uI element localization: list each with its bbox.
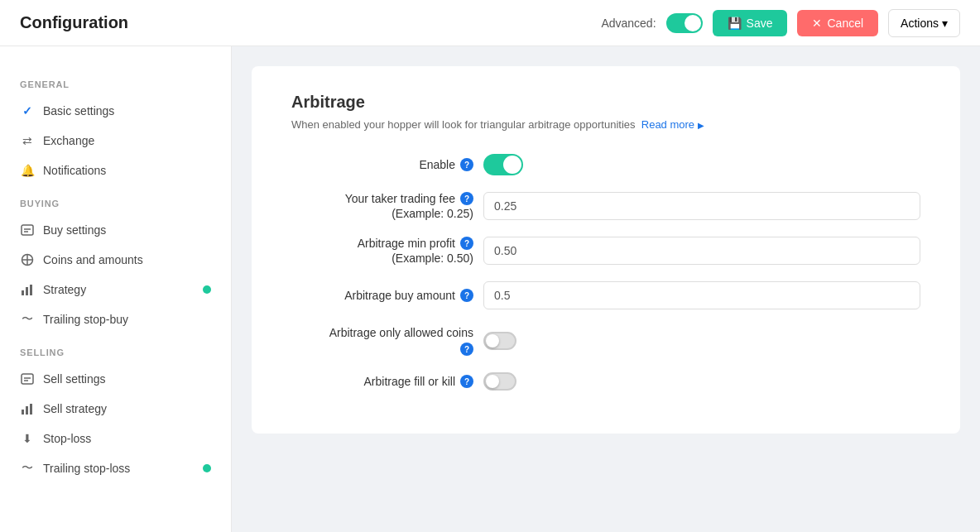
sidebar-item-label: Coins and amounts <box>43 253 143 266</box>
sidebar-item-label: Basic settings <box>43 104 114 117</box>
sidebar-item-label: Trailing stop-buy <box>43 313 128 326</box>
sidebar-item-label: Trailing stop-loss <box>43 462 130 475</box>
sidebar-item-basic-settings[interactable]: ✓ Basic settings <box>0 96 231 126</box>
save-icon: 💾 <box>728 17 742 30</box>
arb-min-profit-label: Arbitrage min profit <box>358 237 455 250</box>
layout: GENERAL ✓ Basic settings ⇄ Exchange 🔔 No… <box>0 46 980 532</box>
taker-fee-help-icon[interactable]: ? <box>460 192 473 205</box>
section-desc: When enabled your hopper will look for t… <box>291 118 920 131</box>
svg-rect-13 <box>26 406 28 415</box>
arb-min-profit-label-group: Arbitrage min profit ? (Example: 0.50) <box>291 237 473 265</box>
svg-rect-12 <box>22 410 24 415</box>
arb-fill-kill-toggle[interactable] <box>483 372 516 391</box>
taker-fee-input[interactable] <box>483 192 920 220</box>
svg-rect-9 <box>22 374 33 384</box>
sidebar-item-sell-strategy[interactable]: Sell strategy <box>0 394 231 424</box>
sidebar-item-label: Sell settings <box>43 372 105 386</box>
exchange-icon: ⇄ <box>20 133 35 148</box>
sidebar-item-coins-and-amounts[interactable]: Coins and amounts <box>0 245 231 275</box>
arb-min-profit-sub: (Example: 0.50) <box>392 252 473 265</box>
enable-help-icon[interactable]: ? <box>460 158 473 171</box>
strategy-badge <box>203 285 211 294</box>
taker-fee-row: Your taker trading fee ? (Example: 0.25) <box>291 192 920 220</box>
sidebar-item-exchange[interactable]: ⇄ Exchange <box>0 126 231 156</box>
bell-icon: 🔔 <box>20 163 35 178</box>
general-section-title: GENERAL <box>0 66 231 96</box>
arb-buy-amount-label-group: Arbitrage buy amount ? <box>291 289 473 302</box>
taker-fee-sub: (Example: 0.25) <box>392 207 473 220</box>
arb-min-profit-help-icon[interactable]: ? <box>460 237 473 250</box>
svg-rect-0 <box>22 225 33 235</box>
actions-button[interactable]: Actions ▾ <box>888 9 960 37</box>
sell-strategy-icon <box>20 401 35 416</box>
arb-only-coins-row: Arbitrage only allowed coins ? <box>291 326 920 356</box>
buy-settings-icon <box>20 223 35 237</box>
enable-label: Enable <box>419 158 455 171</box>
page-title: Configuration <box>20 13 128 32</box>
arb-min-profit-input[interactable] <box>483 237 920 265</box>
arb-buy-amount-help-icon[interactable]: ? <box>460 289 473 302</box>
header: Configuration Advanced: 💾 Save ✕ Cancel … <box>0 0 980 46</box>
trailing-stop-loss-icon: 〜 <box>20 461 35 476</box>
arb-min-profit-row: Arbitrage min profit ? (Example: 0.50) <box>291 237 920 265</box>
sidebar-item-trailing-stop-buy[interactable]: 〜 Trailing stop-buy <box>0 304 231 334</box>
arb-buy-amount-label: Arbitrage buy amount <box>344 289 455 302</box>
arb-fill-kill-row: Arbitrage fill or kill ? <box>291 372 920 391</box>
advanced-label: Advanced: <box>601 17 656 30</box>
sidebar-item-trailing-stop-loss[interactable]: 〜 Trailing stop-loss <box>0 453 231 483</box>
sidebar-item-label: Buy settings <box>43 223 106 237</box>
stop-loss-icon: ⬇ <box>20 431 35 446</box>
cancel-button[interactable]: ✕ Cancel <box>797 10 878 36</box>
sidebar-item-label: Stop-loss <box>43 432 91 445</box>
taker-fee-label: Your taker trading fee <box>345 192 455 205</box>
cancel-icon: ✕ <box>812 17 822 30</box>
arb-fill-kill-label: Arbitrage fill or kill <box>364 375 455 388</box>
enable-row: Enable ? <box>291 154 920 175</box>
advanced-toggle[interactable] <box>666 13 703 33</box>
enable-toggle[interactable] <box>483 154 523 175</box>
save-button[interactable]: 💾 Save <box>713 10 788 36</box>
trailing-stop-loss-badge <box>203 464 211 472</box>
selling-section-title: SELLING <box>0 334 231 364</box>
sidebar: GENERAL ✓ Basic settings ⇄ Exchange 🔔 No… <box>0 46 232 532</box>
coins-icon <box>20 252 35 267</box>
sidebar-item-sell-settings[interactable]: Sell settings <box>0 364 231 394</box>
svg-rect-8 <box>30 285 32 295</box>
section-title: Arbitrage <box>291 93 920 112</box>
content-card: Arbitrage When enabled your hopper will … <box>252 66 960 434</box>
sidebar-item-label: Exchange <box>43 134 94 147</box>
arb-fill-kill-help-icon[interactable]: ? <box>460 375 473 388</box>
buying-section-title: BUYING <box>0 185 231 215</box>
arb-buy-amount-row: Arbitrage buy amount ? <box>291 281 920 309</box>
enable-label-group: Enable ? <box>291 158 473 171</box>
arb-fill-kill-label-group: Arbitrage fill or kill ? <box>291 375 473 388</box>
sidebar-item-label: Notifications <box>43 164 106 177</box>
svg-rect-7 <box>26 287 28 295</box>
strategy-icon <box>20 282 35 297</box>
header-actions: Advanced: 💾 Save ✕ Cancel Actions ▾ <box>601 9 960 37</box>
arrow-right-icon: ▶ <box>698 121 704 130</box>
sell-settings-icon <box>20 371 35 386</box>
arb-only-coins-toggle[interactable] <box>483 332 516 350</box>
svg-rect-6 <box>22 290 24 295</box>
arb-buy-amount-input[interactable] <box>483 281 920 309</box>
sidebar-item-label: Strategy <box>43 283 86 296</box>
sidebar-item-stop-loss[interactable]: ⬇ Stop-loss <box>0 424 231 453</box>
arb-only-coins-label: Arbitrage only allowed coins <box>329 326 473 339</box>
trailing-icon: 〜 <box>20 312 35 327</box>
svg-rect-14 <box>30 404 32 415</box>
read-more-link[interactable]: Read more ▶ <box>641 118 704 131</box>
arb-only-coins-help-icon[interactable]: ? <box>460 343 473 356</box>
sidebar-item-label: Sell strategy <box>43 402 107 415</box>
check-icon: ✓ <box>20 103 35 118</box>
main-content: Arbitrage When enabled your hopper will … <box>232 46 980 532</box>
chevron-down-icon: ▾ <box>942 17 948 30</box>
arb-only-coins-label-group: Arbitrage only allowed coins ? <box>291 326 473 356</box>
sidebar-item-strategy[interactable]: Strategy <box>0 275 231 304</box>
sidebar-item-buy-settings[interactable]: Buy settings <box>0 215 231 245</box>
taker-fee-label-group: Your taker trading fee ? (Example: 0.25) <box>291 192 473 220</box>
sidebar-item-notifications[interactable]: 🔔 Notifications <box>0 156 231 185</box>
